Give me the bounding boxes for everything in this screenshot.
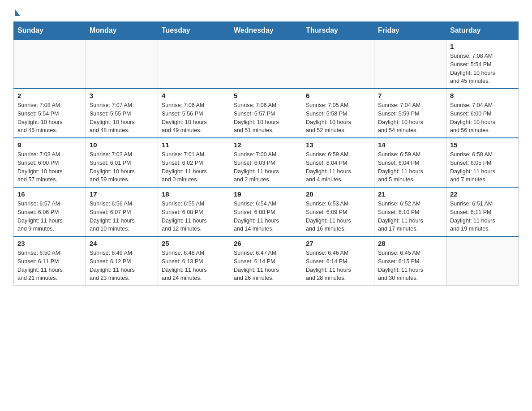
day-number: 9 <box>17 141 82 149</box>
calendar-cell: 23Sunrise: 6:50 AMSunset: 6:11 PMDayligh… <box>14 236 86 286</box>
day-number: 2 <box>17 92 82 99</box>
day-info: Sunrise: 7:05 AMSunset: 5:58 PMDaylight:… <box>306 101 370 135</box>
calendar-cell: 28Sunrise: 6:45 AMSunset: 6:15 PMDayligh… <box>374 236 446 286</box>
calendar-cell: 20Sunrise: 6:53 AMSunset: 6:09 PMDayligh… <box>302 187 374 236</box>
day-info: Sunrise: 6:54 AMSunset: 6:08 PMDaylight:… <box>234 200 298 233</box>
day-number: 7 <box>378 92 442 99</box>
day-number: 14 <box>378 141 442 149</box>
calendar-cell: 13Sunrise: 6:59 AMSunset: 6:04 PMDayligh… <box>302 138 374 187</box>
weekday-header-monday: Monday <box>86 22 158 40</box>
day-info: Sunrise: 6:53 AMSunset: 6:09 PMDaylight:… <box>306 200 370 233</box>
calendar-cell <box>446 236 519 286</box>
day-number: 20 <box>306 190 370 198</box>
day-number: 16 <box>17 190 82 198</box>
day-number: 23 <box>17 240 82 247</box>
calendar-cell: 18Sunrise: 6:55 AMSunset: 6:08 PMDayligh… <box>158 187 230 236</box>
day-info: Sunrise: 6:47 AMSunset: 6:14 PMDaylight:… <box>234 249 298 283</box>
day-number: 24 <box>90 240 154 247</box>
logo <box>13 9 20 17</box>
day-number: 5 <box>234 92 298 99</box>
calendar-cell <box>230 39 302 89</box>
day-info: Sunrise: 7:04 AMSunset: 6:00 PMDaylight:… <box>450 101 515 135</box>
calendar-cell <box>302 39 374 89</box>
day-info: Sunrise: 6:52 AMSunset: 6:10 PMDaylight:… <box>378 200 442 233</box>
day-info: Sunrise: 6:58 AMSunset: 6:05 PMDaylight:… <box>450 150 515 184</box>
calendar-cell <box>374 39 446 89</box>
calendar-cell: 14Sunrise: 6:59 AMSunset: 6:04 PMDayligh… <box>374 138 446 187</box>
calendar-cell: 1Sunrise: 7:08 AMSunset: 5:54 PMDaylight… <box>446 39 519 89</box>
weekday-header-sunday: Sunday <box>14 22 86 40</box>
day-number: 13 <box>306 141 370 149</box>
day-info: Sunrise: 7:08 AMSunset: 5:54 PMDaylight:… <box>450 52 515 86</box>
day-number: 4 <box>162 92 226 99</box>
day-info: Sunrise: 6:51 AMSunset: 6:11 PMDaylight:… <box>450 200 515 233</box>
weekday-header-thursday: Thursday <box>302 22 374 40</box>
day-info: Sunrise: 6:56 AMSunset: 6:07 PMDaylight:… <box>90 200 154 233</box>
calendar-cell <box>14 39 86 89</box>
calendar-week-row: 9Sunrise: 7:03 AMSunset: 6:00 PMDaylight… <box>14 138 519 187</box>
weekday-header-tuesday: Tuesday <box>158 22 230 40</box>
day-info: Sunrise: 7:08 AMSunset: 5:54 PMDaylight:… <box>17 101 82 135</box>
day-info: Sunrise: 7:03 AMSunset: 6:00 PMDaylight:… <box>17 150 82 184</box>
calendar-cell: 26Sunrise: 6:47 AMSunset: 6:14 PMDayligh… <box>230 236 302 286</box>
day-info: Sunrise: 6:50 AMSunset: 6:11 PMDaylight:… <box>17 249 82 283</box>
day-info: Sunrise: 6:48 AMSunset: 6:13 PMDaylight:… <box>162 249 226 283</box>
calendar-cell: 21Sunrise: 6:52 AMSunset: 6:10 PMDayligh… <box>374 187 446 236</box>
day-number: 12 <box>234 141 298 149</box>
day-info: Sunrise: 6:45 AMSunset: 6:15 PMDaylight:… <box>378 249 442 283</box>
day-info: Sunrise: 6:46 AMSunset: 6:14 PMDaylight:… <box>306 249 370 283</box>
calendar-cell: 16Sunrise: 6:57 AMSunset: 6:06 PMDayligh… <box>14 187 86 236</box>
logo-arrow-icon <box>15 9 20 16</box>
day-number: 11 <box>162 141 226 149</box>
day-number: 17 <box>90 190 154 198</box>
calendar-cell: 19Sunrise: 6:54 AMSunset: 6:08 PMDayligh… <box>230 187 302 236</box>
day-number: 22 <box>450 190 515 198</box>
calendar-cell: 22Sunrise: 6:51 AMSunset: 6:11 PMDayligh… <box>446 187 519 236</box>
calendar-cell: 8Sunrise: 7:04 AMSunset: 6:00 PMDaylight… <box>446 89 519 138</box>
day-info: Sunrise: 7:06 AMSunset: 5:57 PMDaylight:… <box>234 101 298 135</box>
day-number: 25 <box>162 240 226 247</box>
day-number: 6 <box>306 92 370 99</box>
day-info: Sunrise: 7:01 AMSunset: 6:02 PMDaylight:… <box>162 150 226 184</box>
calendar-cell: 7Sunrise: 7:04 AMSunset: 5:59 PMDaylight… <box>374 89 446 138</box>
day-number: 10 <box>90 141 154 149</box>
day-info: Sunrise: 7:02 AMSunset: 6:01 PMDaylight:… <box>90 150 154 184</box>
day-info: Sunrise: 6:55 AMSunset: 6:08 PMDaylight:… <box>162 200 226 233</box>
calendar-table: SundayMondayTuesdayWednesdayThursdayFrid… <box>13 21 519 286</box>
calendar-cell <box>86 39 158 89</box>
calendar-cell: 6Sunrise: 7:05 AMSunset: 5:58 PMDaylight… <box>302 89 374 138</box>
day-number: 15 <box>450 141 515 149</box>
calendar-cell: 11Sunrise: 7:01 AMSunset: 6:02 PMDayligh… <box>158 138 230 187</box>
page-header <box>13 9 519 17</box>
weekday-header-friday: Friday <box>374 22 446 40</box>
day-number: 26 <box>234 240 298 247</box>
calendar-week-row: 16Sunrise: 6:57 AMSunset: 6:06 PMDayligh… <box>14 187 519 236</box>
day-info: Sunrise: 6:49 AMSunset: 6:12 PMDaylight:… <box>90 249 154 283</box>
day-number: 27 <box>306 240 370 247</box>
calendar-cell: 10Sunrise: 7:02 AMSunset: 6:01 PMDayligh… <box>86 138 158 187</box>
calendar-week-row: 23Sunrise: 6:50 AMSunset: 6:11 PMDayligh… <box>14 236 519 286</box>
calendar-cell <box>158 39 230 89</box>
calendar-cell: 5Sunrise: 7:06 AMSunset: 5:57 PMDaylight… <box>230 89 302 138</box>
day-number: 1 <box>450 43 515 50</box>
calendar-week-row: 2Sunrise: 7:08 AMSunset: 5:54 PMDaylight… <box>14 89 519 138</box>
calendar-cell: 24Sunrise: 6:49 AMSunset: 6:12 PMDayligh… <box>86 236 158 286</box>
day-number: 28 <box>378 240 442 247</box>
calendar-cell: 9Sunrise: 7:03 AMSunset: 6:00 PMDaylight… <box>14 138 86 187</box>
calendar-cell: 17Sunrise: 6:56 AMSunset: 6:07 PMDayligh… <box>86 187 158 236</box>
day-info: Sunrise: 7:07 AMSunset: 5:55 PMDaylight:… <box>90 101 154 135</box>
weekday-header-saturday: Saturday <box>446 22 519 40</box>
calendar-cell: 27Sunrise: 6:46 AMSunset: 6:14 PMDayligh… <box>302 236 374 286</box>
day-number: 3 <box>90 92 154 99</box>
calendar-week-row: 1Sunrise: 7:08 AMSunset: 5:54 PMDaylight… <box>14 39 519 89</box>
day-info: Sunrise: 7:00 AMSunset: 6:03 PMDaylight:… <box>234 150 298 184</box>
day-number: 21 <box>378 190 442 198</box>
day-number: 18 <box>162 190 226 198</box>
day-info: Sunrise: 6:57 AMSunset: 6:06 PMDaylight:… <box>17 200 82 233</box>
calendar-header-row: SundayMondayTuesdayWednesdayThursdayFrid… <box>14 22 519 40</box>
day-info: Sunrise: 6:59 AMSunset: 6:04 PMDaylight:… <box>378 150 442 184</box>
calendar-cell: 3Sunrise: 7:07 AMSunset: 5:55 PMDaylight… <box>86 89 158 138</box>
calendar-cell: 15Sunrise: 6:58 AMSunset: 6:05 PMDayligh… <box>446 138 519 187</box>
calendar-cell: 25Sunrise: 6:48 AMSunset: 6:13 PMDayligh… <box>158 236 230 286</box>
day-info: Sunrise: 7:04 AMSunset: 5:59 PMDaylight:… <box>378 101 442 135</box>
